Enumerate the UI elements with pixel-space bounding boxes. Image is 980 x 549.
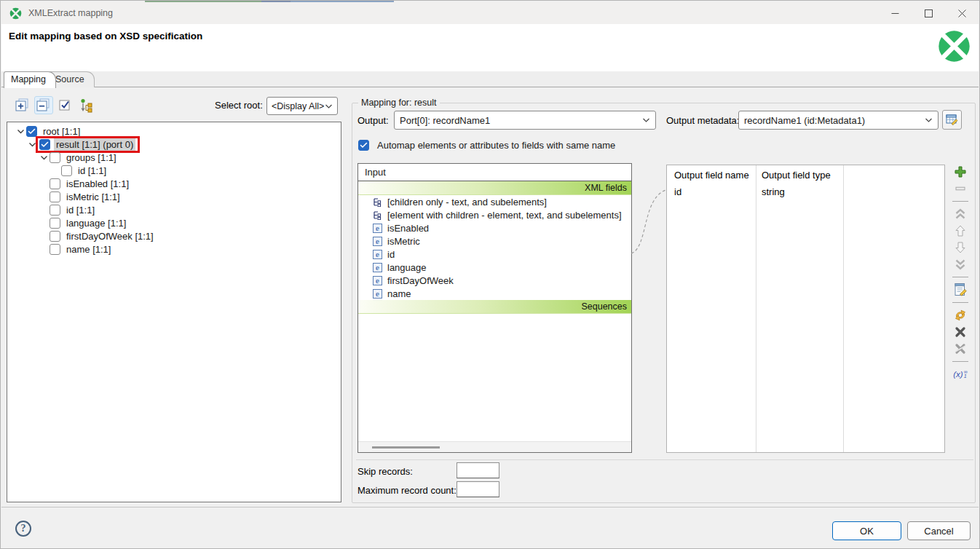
tree-expand-chevron-icon[interactable] <box>15 128 26 135</box>
element-icon <box>373 263 382 272</box>
tree-item[interactable]: groups [1:1] <box>7 151 341 164</box>
output-port-value: Port[0]: recordName1 <box>400 115 490 126</box>
input-field-label: isEnabled <box>387 223 429 234</box>
element-icon <box>373 224 382 233</box>
dialog-title: Edit mapping based on XSD specification <box>9 31 202 42</box>
input-field-label: isMetric <box>387 236 420 247</box>
move-up-icon <box>954 224 967 237</box>
sync-with-source-button[interactable] <box>76 96 95 114</box>
horizontal-scrollbar[interactable] <box>358 441 631 452</box>
expand-all-button[interactable] <box>13 96 32 114</box>
tree-item-checkbox[interactable] <box>26 126 37 137</box>
map-automatically-button[interactable] <box>952 308 969 323</box>
edit-record-button[interactable] <box>952 283 969 297</box>
edit-record-icon <box>954 283 968 297</box>
output-metadata-dropdown[interactable]: recordName1 (id:Metadata1) <box>738 111 938 130</box>
tab-mapping[interactable]: Mapping <box>4 71 56 88</box>
tree-item[interactable]: id [1:1] <box>7 164 341 177</box>
output-field-type-cell[interactable]: string <box>762 186 785 197</box>
tree-item[interactable]: firstDayOfWeek [1:1] <box>7 229 341 242</box>
collapse-all-button[interactable] <box>34 96 53 114</box>
mapping-tab-content: Select root: <Display All> root [1:1]res… <box>1 88 979 508</box>
tree-item-label: firstDayOfWeek [1:1] <box>64 230 156 242</box>
mapping-connection-line <box>627 183 672 258</box>
expand-all-icon <box>15 98 30 112</box>
tree-item[interactable]: id [1:1] <box>7 203 341 216</box>
tree-item-checkbox[interactable] <box>50 178 60 189</box>
tree-item[interactable]: isMetric [1:1] <box>7 190 341 203</box>
tree-expand-chevron-icon[interactable] <box>39 154 50 161</box>
add-field-icon <box>954 165 967 178</box>
tree-item-checkbox[interactable] <box>50 218 60 229</box>
add-field-button[interactable] <box>952 165 969 179</box>
input-field-label: [children only - text, and subelements] <box>387 197 547 208</box>
tree-item-label: name [1:1] <box>64 243 113 256</box>
tree-item-checkbox[interactable] <box>50 205 60 216</box>
edit-metadata-button[interactable] <box>942 110 962 130</box>
chevron-down-icon <box>325 103 333 109</box>
output-field-name-cell[interactable]: id <box>674 186 681 197</box>
ok-button[interactable]: OK <box>832 521 901 540</box>
column-divider <box>843 165 844 452</box>
minimize-button[interactable] <box>878 2 912 24</box>
input-field-item[interactable]: language <box>358 261 631 274</box>
show-checked-icon <box>58 98 72 112</box>
move-bottom-button[interactable] <box>952 257 969 272</box>
remove-field-icon <box>954 182 967 195</box>
element-icon <box>373 237 382 246</box>
tree-item-checkbox[interactable] <box>50 231 60 242</box>
input-field-item[interactable]: firstDayOfWeek <box>358 274 631 287</box>
show-checked-button[interactable] <box>55 96 74 114</box>
title-bar: XMLExtract mapping <box>1 2 979 24</box>
input-field-item[interactable]: id <box>358 248 631 261</box>
skip-records-label: Skip records: <box>357 466 413 477</box>
tree-toolbar <box>13 96 95 114</box>
tree-item-checkbox[interactable] <box>50 152 60 163</box>
toolbar-separator <box>952 277 968 277</box>
clear-all-mappings-button[interactable] <box>952 341 969 356</box>
maximize-button[interactable] <box>912 2 945 24</box>
output-port-dropdown[interactable]: Port[0]: recordName1 <box>394 111 656 130</box>
move-down-button[interactable] <box>952 240 969 255</box>
cancel-button[interactable]: Cancel <box>907 521 971 540</box>
automap-row: Automap elements or attributes to fields… <box>358 140 615 151</box>
output-table-header: Output field name <box>674 170 749 181</box>
tree-item-checkbox[interactable] <box>61 165 72 176</box>
input-field-label: firstDayOfWeek <box>387 275 454 286</box>
help-button[interactable]: ? <box>15 521 31 537</box>
input-field-item[interactable]: name <box>358 287 631 300</box>
element-icon <box>373 276 382 285</box>
cardinality-button[interactable]: (x)∞1 <box>952 367 969 382</box>
tree-item[interactable]: isEnabled [1:1] <box>7 177 341 190</box>
remove-field-button[interactable] <box>952 181 969 196</box>
tree-item[interactable]: result [1:1] (port 0) <box>7 138 341 151</box>
input-field-item[interactable]: isEnabled <box>358 221 631 234</box>
dialog-footer: ? OK Cancel <box>1 507 979 548</box>
tree-item-checkbox[interactable] <box>50 191 60 202</box>
max-record-count-input[interactable] <box>457 481 499 497</box>
tree-item[interactable]: language [1:1] <box>7 216 341 229</box>
tree-item-checkbox[interactable] <box>50 244 60 255</box>
move-top-button[interactable] <box>952 207 969 221</box>
skip-records-input[interactable] <box>457 462 499 478</box>
clear-mapping-button[interactable] <box>952 325 969 339</box>
tree-item-label: id [1:1] <box>76 165 108 177</box>
tree-item-checkbox[interactable] <box>39 139 50 150</box>
input-field-item[interactable]: [element with children - element, text, … <box>358 208 631 221</box>
tree-item-label: id [1:1] <box>64 204 97 216</box>
input-section-header: Sequences <box>358 300 631 314</box>
move-up-button[interactable] <box>952 224 969 238</box>
input-section-header: XML fields <box>358 181 631 195</box>
input-field-item[interactable]: [children only - text, and subelements] <box>358 195 631 208</box>
scrollbar-thumb[interactable] <box>372 446 440 449</box>
automap-checkbox[interactable] <box>358 140 369 151</box>
select-root-dropdown[interactable]: <Display All> <box>266 97 338 115</box>
dialog-header: Edit mapping based on XSD specification <box>1 24 979 71</box>
toolbar-separator <box>952 302 968 303</box>
tree-item-label: isEnabled [1:1] <box>64 178 131 190</box>
select-root-label: Select root: <box>215 100 263 111</box>
close-button[interactable] <box>945 2 979 24</box>
input-field-item[interactable]: isMetric <box>358 234 631 248</box>
tree-item[interactable]: name [1:1] <box>7 242 341 256</box>
input-field-label: name <box>387 288 411 299</box>
